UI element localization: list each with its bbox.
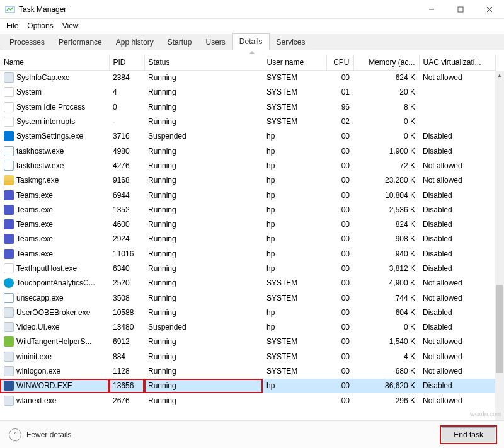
cell-pid: 11016 — [109, 246, 144, 261]
process-icon — [4, 219, 14, 229]
table-row[interactable]: unsecapp.exe3508RunningSYSTEM00744 KNot … — [0, 290, 495, 305]
process-name: TouchpointAnalyticsC... — [16, 279, 95, 287]
cell-pid: 13656 — [109, 379, 144, 393]
table-row[interactable]: TouchpointAnalyticsC...2520RunningSYSTEM… — [0, 276, 495, 290]
cell-status: Running — [144, 246, 263, 261]
cell-name: winlogon.exe — [0, 364, 109, 378]
process-icon — [4, 175, 14, 185]
tab-details[interactable]: Details — [232, 33, 270, 50]
menu-view[interactable]: View — [62, 21, 79, 30]
cell-pid: 2520 — [109, 276, 144, 290]
table-row[interactable]: Teams.exe11016Runninghp00940 KDisabled — [0, 246, 495, 261]
cell-pid: 6912 — [109, 335, 144, 349]
process-icon — [4, 161, 14, 171]
table-row[interactable]: System Idle Process0RunningSYSTEM968 K — [0, 100, 495, 114]
table-row[interactable]: taskhostw.exe4276Runninghp0072 KNot allo… — [0, 158, 495, 173]
process-name: System interrupts — [16, 117, 75, 126]
tab-app-history[interactable]: App history — [109, 34, 161, 50]
table-row[interactable]: SysInfoCap.exe2384RunningSYSTEM00624 KNo… — [0, 71, 495, 85]
cell-pid: 3716 — [109, 129, 144, 144]
cell-user: hp — [263, 320, 326, 335]
process-name: wlanext.exe — [16, 396, 56, 405]
fewer-details-label: Fewer details — [26, 430, 71, 439]
cell-user: hp — [263, 305, 326, 319]
tab-users[interactable]: Users — [198, 34, 232, 50]
vertical-scrollbar[interactable]: ▲ ▼ — [495, 71, 504, 427]
maximize-button[interactable] — [446, 0, 475, 19]
process-icon — [4, 190, 14, 200]
col-mem[interactable]: Memory (ac... — [353, 55, 419, 71]
table-row[interactable]: Teams.exe4600Runninghp00824 KDisabled — [0, 217, 495, 231]
table-row[interactable]: Teams.exe1352Runninghp002,536 KDisabled — [0, 202, 495, 217]
cell-name: taskhostw.exe — [0, 158, 109, 173]
cell-user: SYSTEM — [263, 100, 326, 114]
fewer-details-toggle[interactable]: ˄ Fewer details — [9, 428, 71, 441]
cell-user: SYSTEM — [263, 349, 326, 364]
cell-status: Running — [144, 335, 263, 349]
col-user[interactable]: User name — [263, 55, 326, 71]
cell-pid: - — [109, 114, 144, 129]
cell-status: Running — [144, 305, 263, 319]
minimize-button[interactable] — [417, 0, 446, 19]
col-pid[interactable]: PID — [109, 55, 144, 71]
menu-file[interactable]: File — [6, 21, 18, 30]
cell-uac: Disabled — [419, 188, 495, 202]
cell-cpu: 00 — [326, 173, 353, 188]
table-row[interactable]: taskhostw.exe4980Runninghp001,900 KDisab… — [0, 144, 495, 158]
cell-pid: 4980 — [109, 144, 144, 158]
cell-name: TextInputHost.exe — [0, 261, 109, 275]
col-uac[interactable]: UAC virtualizati... — [419, 55, 495, 71]
cell-status: Running — [144, 158, 263, 173]
cell-cpu: 00 — [326, 349, 353, 364]
tab-services[interactable]: Services — [270, 34, 312, 50]
process-name: taskhostw.exe — [16, 161, 64, 170]
col-status[interactable]: Status — [144, 55, 263, 71]
window-title: Task Manager — [19, 5, 66, 14]
tab-startup[interactable]: Startup — [161, 34, 199, 50]
table-row[interactable]: WildTangentHelperS...6912RunningSYSTEM00… — [0, 335, 495, 349]
process-icon — [4, 249, 14, 259]
cell-name: SysInfoCap.exe — [0, 71, 109, 85]
cell-cpu: 00 — [326, 217, 353, 231]
table-row[interactable]: TextInputHost.exe6340Runninghp003,812 KD… — [0, 261, 495, 275]
titlebar: Task Manager — [0, 0, 504, 19]
cell-uac — [419, 85, 495, 100]
cell-uac: Not allowed — [419, 349, 495, 364]
cell-user: SYSTEM — [263, 85, 326, 100]
cell-name: Teams.exe — [0, 246, 109, 261]
table-row[interactable]: Teams.exe2924Runninghp00908 KDisabled — [0, 232, 495, 246]
cell-name: System interrupts — [0, 114, 109, 129]
close-button[interactable] — [475, 0, 504, 19]
cell-cpu: 00 — [326, 261, 353, 275]
process-name: Teams.exe — [16, 191, 53, 200]
end-task-button[interactable]: End task — [442, 427, 495, 442]
table-row[interactable]: UserOOBEBroker.exe10588Runninghp00604 KD… — [0, 305, 495, 319]
cell-mem: 72 K — [353, 158, 419, 173]
cell-mem: 4 K — [353, 349, 419, 364]
scroll-up-indicator[interactable] — [0, 50, 504, 55]
cell-pid: 1352 — [109, 202, 144, 217]
process-name: TextInputHost.exe — [16, 264, 77, 273]
cell-mem: 2,536 K — [353, 202, 419, 217]
table-row[interactable]: SystemSettings.exe3716Suspendedhp000 KDi… — [0, 129, 495, 144]
table-row[interactable]: System4RunningSYSTEM0120 K — [0, 85, 495, 100]
table-row[interactable]: WINWORD.EXE13656Runninghp0086,620 KDisab… — [0, 379, 495, 393]
scroll-up-icon[interactable]: ▲ — [495, 71, 504, 79]
tab-performance[interactable]: Performance — [52, 34, 109, 50]
table-row[interactable]: System interrupts-RunningSYSTEM020 K — [0, 114, 495, 129]
table-row[interactable]: wlanext.exe2676Running00296 KNot allowed — [0, 393, 495, 408]
table-row[interactable]: Teams.exe6944Runninghp0010,804 KDisabled — [0, 188, 495, 202]
col-name[interactable]: Name — [0, 55, 109, 71]
table-row[interactable]: Taskmgr.exe9168Runninghp0023,280 KNot al… — [0, 173, 495, 188]
col-cpu[interactable]: CPU — [326, 55, 353, 71]
table-row[interactable]: Video.UI.exe13480Suspendedhp000 KDisable… — [0, 320, 495, 335]
table-row[interactable]: winlogon.exe1128RunningSYSTEM00680 KNot … — [0, 364, 495, 378]
cell-status: Running — [144, 114, 263, 129]
process-name: WildTangentHelperS... — [16, 337, 91, 346]
tab-processes[interactable]: Processes — [3, 34, 52, 50]
scroll-thumb[interactable] — [496, 285, 503, 373]
cell-user: SYSTEM — [263, 276, 326, 290]
menu-options[interactable]: Options — [27, 21, 53, 30]
cell-user: SYSTEM — [263, 290, 326, 305]
table-row[interactable]: wininit.exe884RunningSYSTEM004 KNot allo… — [0, 349, 495, 364]
